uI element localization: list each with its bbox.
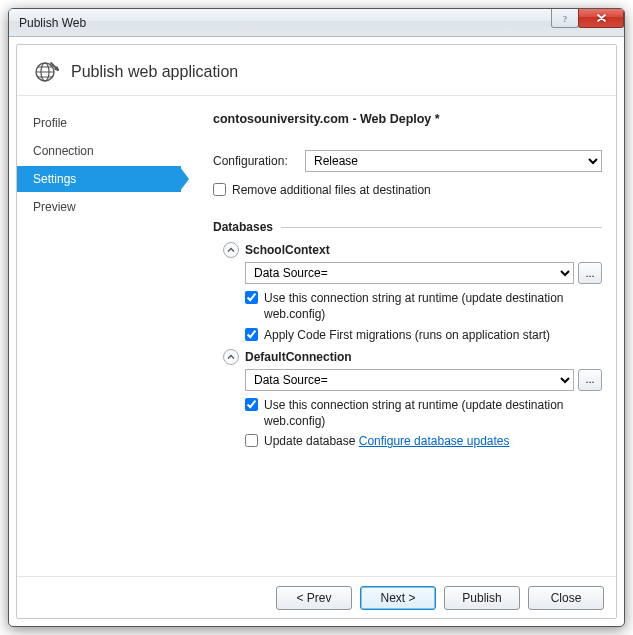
- configuration-label: Configuration:: [213, 154, 297, 168]
- configure-db-link[interactable]: Configure database updates: [359, 434, 510, 448]
- apply-migrations-checkbox[interactable]: [245, 328, 258, 341]
- db-defaultconnection: DefaultConnection Data Source= ...: [223, 349, 602, 450]
- connection-string-select[interactable]: Data Source=: [245, 369, 574, 391]
- dialog-footer: < Prev Next > Publish Close: [17, 576, 616, 618]
- db-header: SchoolContext: [223, 242, 602, 258]
- sidebar-item-label: Preview: [33, 200, 76, 214]
- dialog-body: Profile Connection Settings Preview cont…: [17, 96, 616, 576]
- close-icon: [596, 13, 607, 23]
- dialog-header: Publish web application: [17, 45, 616, 96]
- remove-files-label: Remove additional files at destination: [232, 182, 602, 198]
- remove-files-checkbox[interactable]: [213, 183, 226, 196]
- close-button-footer[interactable]: Close: [528, 586, 604, 610]
- help-icon: ?: [560, 13, 570, 23]
- sidebar-item-connection[interactable]: Connection: [17, 138, 181, 164]
- titlebar-controls: ?: [552, 9, 624, 28]
- globe-icon: [33, 59, 59, 85]
- databases-heading: Databases: [213, 220, 602, 234]
- collapse-toggle[interactable]: [223, 242, 239, 258]
- remove-files-row: Remove additional files at destination: [213, 182, 602, 198]
- svg-text:?: ?: [563, 14, 567, 24]
- apply-migrations-label: Apply Code First migrations (runs on app…: [264, 327, 602, 343]
- use-runtime-label: Use this connection string at runtime (u…: [264, 290, 602, 322]
- chevron-up-icon: [227, 246, 235, 254]
- use-runtime-checkbox[interactable]: [245, 291, 258, 304]
- db-name: DefaultConnection: [245, 350, 352, 364]
- connection-edit-button[interactable]: ...: [578, 262, 602, 284]
- sidebar-item-preview[interactable]: Preview: [17, 194, 181, 220]
- ellipsis-icon: ...: [585, 374, 594, 385]
- connection-string-select[interactable]: Data Source=: [245, 262, 574, 284]
- db-header: DefaultConnection: [223, 349, 602, 365]
- profile-title: contosouniversity.com - Web Deploy *: [213, 112, 602, 126]
- collapse-toggle[interactable]: [223, 349, 239, 365]
- dialog-title: Publish web application: [71, 63, 238, 81]
- settings-panel: contosouniversity.com - Web Deploy * Con…: [181, 96, 616, 576]
- wizard-sidebar: Profile Connection Settings Preview: [17, 96, 181, 576]
- configuration-row: Configuration: Release: [213, 150, 602, 172]
- ellipsis-icon: ...: [585, 268, 594, 279]
- sidebar-item-label: Connection: [33, 144, 94, 158]
- sidebar-item-label: Profile: [33, 116, 67, 130]
- update-database-checkbox[interactable]: [245, 434, 258, 447]
- dialog-inner: Publish web application Profile Connecti…: [16, 44, 617, 619]
- next-button[interactable]: Next >: [360, 586, 436, 610]
- use-runtime-checkbox[interactable]: [245, 398, 258, 411]
- divider: [281, 227, 602, 228]
- configuration-select[interactable]: Release: [305, 150, 602, 172]
- sidebar-item-profile[interactable]: Profile: [17, 110, 181, 136]
- db-schoolcontext: SchoolContext Data Source= ... Use: [223, 242, 602, 343]
- chevron-up-icon: [227, 353, 235, 361]
- connection-row: Data Source= ...: [245, 262, 602, 284]
- use-runtime-label: Use this connection string at runtime (u…: [264, 397, 602, 429]
- sidebar-item-label: Settings: [33, 172, 76, 186]
- connection-edit-button[interactable]: ...: [578, 369, 602, 391]
- titlebar: Publish Web ?: [9, 9, 624, 37]
- update-database-label: Update database Configure database updat…: [264, 433, 602, 449]
- db-options: Use this connection string at runtime (u…: [245, 290, 602, 343]
- window-title: Publish Web: [19, 16, 86, 30]
- help-button[interactable]: ?: [551, 9, 579, 28]
- publish-button[interactable]: Publish: [444, 586, 520, 610]
- sidebar-item-settings[interactable]: Settings: [17, 166, 181, 192]
- close-button[interactable]: [578, 9, 624, 28]
- databases-heading-text: Databases: [213, 220, 273, 234]
- db-options: Use this connection string at runtime (u…: [245, 397, 602, 450]
- publish-web-dialog: Publish Web ?: [8, 8, 625, 627]
- db-name: SchoolContext: [245, 243, 330, 257]
- connection-row: Data Source= ...: [245, 369, 602, 391]
- prev-button[interactable]: < Prev: [276, 586, 352, 610]
